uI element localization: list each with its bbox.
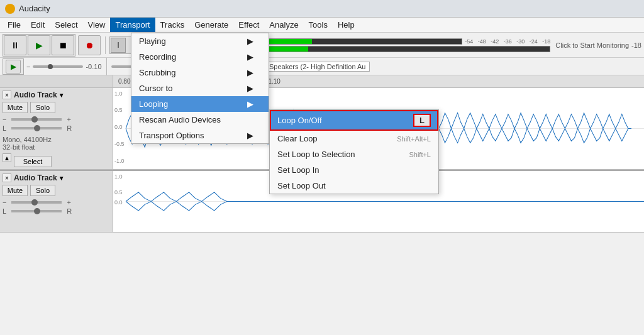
track-1-pan: L R	[3, 124, 110, 132]
track-2-header: × Audio Track ▼	[3, 173, 110, 182]
menu-generate[interactable]: Generate	[189, 18, 233, 32]
menu-help[interactable]: Help	[333, 18, 360, 32]
track-1-pan-slider[interactable]	[11, 127, 62, 129]
track-1-arrow[interactable]: ▼	[58, 92, 65, 99]
track-1-gain-slider[interactable]	[11, 118, 62, 121]
menu-view[interactable]: View	[83, 18, 111, 32]
track-2-controls: × Audio Track ▼ Mute Solo − +	[0, 171, 113, 232]
track-2-close[interactable]: ×	[3, 173, 11, 182]
monitoring-level: -18	[631, 41, 641, 49]
svg-text:-0.5: -0.5	[114, 141, 125, 147]
track-2-name: Audio Track	[14, 173, 57, 182]
output-device-label: Speakers (2- High Definition Au	[265, 62, 370, 72]
envelope-tool[interactable]: ↔	[126, 38, 142, 53]
t2-gain-plus: +	[67, 199, 70, 206]
track-1-mute[interactable]: Mute	[3, 102, 28, 113]
track-2-buttons: Mute Solo	[3, 185, 110, 196]
speed-slider[interactable]	[111, 65, 162, 68]
track-1-select[interactable]: Select	[14, 156, 52, 167]
track-1-close[interactable]: ×	[3, 91, 11, 99]
monitoring-label[interactable]: Click to Start Monitoring	[555, 41, 629, 49]
track-1-controls: × Audio Track ▼ Mute Solo − +	[0, 88, 113, 169]
pan-L: L	[3, 124, 6, 132]
t2-pan-thumb	[34, 208, 40, 214]
t2-pan-R: R	[67, 207, 72, 215]
zoom-tool[interactable]: 🔍	[158, 38, 173, 53]
mic-button[interactable]: 🎙	[213, 35, 236, 55]
draw-tool[interactable]: ✏	[142, 38, 157, 53]
vol-value: -0.10	[86, 63, 101, 70]
track-1-name: Audio Track	[14, 91, 57, 99]
menu-transport[interactable]: Transport	[110, 18, 155, 32]
host-select[interactable]: MME	[187, 60, 262, 73]
track-2-arrow[interactable]: ▼	[58, 175, 65, 182]
tool-buttons: I ↔ ✏ 🔍 ✱ ↕	[109, 36, 206, 54]
gain-plus: +	[67, 116, 70, 123]
track-2-pan-slider[interactable]	[11, 210, 62, 212]
svg-text:0.0: 0.0	[114, 199, 123, 206]
tracks-container: 0.80 0.90 1.00 1.10 × Audio Track ▼ Mute	[0, 75, 644, 335]
track-2-gain-slider[interactable]	[11, 201, 62, 204]
title-bar: Audacity	[0, 0, 644, 18]
vol-icon: −	[26, 63, 30, 70]
multi-tool[interactable]: ✱	[174, 38, 189, 53]
track-1-waveform[interactable]: 1.0 0.5 0.0 -0.5 -1.0 // Waveform drawn …	[113, 88, 644, 169]
ruler-1.00: 1.00	[218, 78, 230, 85]
menu-file[interactable]: File	[3, 18, 26, 32]
gain-thumb	[31, 116, 38, 123]
track-2-waveform[interactable]: 1.0 0.5 0.0	[113, 171, 644, 232]
vu-meter-L: L -54 -48 -42 -36 -30 -24 -18	[240, 38, 550, 45]
play-speed-control: ▶	[3, 58, 24, 75]
menu-select[interactable]: Select	[50, 18, 82, 32]
secondary-toolbar: ▶ − -0.10 0.00 MME Speakers (2- High Def…	[0, 58, 644, 75]
menu-edit[interactable]: Edit	[26, 18, 50, 32]
t2-pan-L: L	[3, 207, 6, 215]
play-at-speed-button[interactable]: ▶	[6, 60, 21, 74]
ruler-0.90: 0.90	[168, 78, 180, 85]
separator-2	[209, 36, 210, 54]
track-1-buttons: Mute Solo	[3, 102, 110, 113]
vu-scale-L: -54 -48 -42 -36 -30 -24 -18	[465, 38, 550, 45]
vu-fill-R	[248, 47, 308, 52]
vu-bar-R	[247, 46, 550, 52]
pause-button[interactable]: ⏸	[4, 35, 26, 55]
record-controls: ⏺	[78, 35, 101, 55]
menu-tracks[interactable]: Tracks	[155, 18, 190, 32]
record-button[interactable]: ⏺	[78, 35, 101, 55]
ruler: 0.80 0.90 1.00 1.10	[0, 75, 644, 88]
ruler-0.80: 0.80	[118, 78, 130, 85]
vu-bar-L	[247, 38, 462, 45]
menu-tools[interactable]: Tools	[304, 18, 333, 32]
t2-gain-thumb	[31, 199, 38, 206]
svg-text:-1.0: -1.0	[114, 158, 125, 164]
pan-R: R	[67, 124, 72, 132]
sep-3	[106, 58, 107, 75]
track-1-solo[interactable]: Solo	[30, 102, 55, 113]
stop-button[interactable]: ⏹	[52, 35, 74, 55]
track-1-collapse[interactable]: ▲	[3, 153, 11, 162]
track-1-info: Mono, 44100Hz32-bit float	[3, 136, 110, 151]
menu-analyze[interactable]: Analyze	[264, 18, 303, 32]
separator-1	[105, 36, 106, 54]
selection-tool[interactable]: I	[111, 38, 126, 53]
svg-text:0.5: 0.5	[114, 189, 123, 195]
pan-thumb	[34, 125, 40, 131]
ruler-left	[0, 75, 113, 87]
svg-text:0.0: 0.0	[114, 124, 123, 131]
app-title: Audacity	[19, 4, 50, 13]
vu-fill-L	[248, 39, 312, 44]
track-2: × Audio Track ▼ Mute Solo − +	[0, 170, 644, 233]
menu-effect[interactable]: Effect	[233, 18, 264, 32]
track-2-solo[interactable]: Solo	[30, 185, 55, 196]
play-button[interactable]: ▶	[28, 35, 50, 55]
transport-controls: ⏸ ▶ ⏹	[3, 34, 75, 57]
track-2-gain: − +	[3, 199, 110, 206]
volume-slider[interactable]	[33, 65, 83, 68]
svg-text:1.0: 1.0	[114, 91, 123, 97]
track-2-mute[interactable]: Mute	[3, 185, 28, 196]
app-icon	[5, 4, 15, 14]
svg-text:0.5: 0.5	[114, 107, 123, 113]
time-shift-tool[interactable]: ↕	[189, 38, 204, 53]
content-row: 0.80 0.90 1.00 1.10 × Audio Track ▼ Mute	[0, 75, 644, 335]
track-1-bottom-btns: ▲ Select	[3, 153, 110, 167]
